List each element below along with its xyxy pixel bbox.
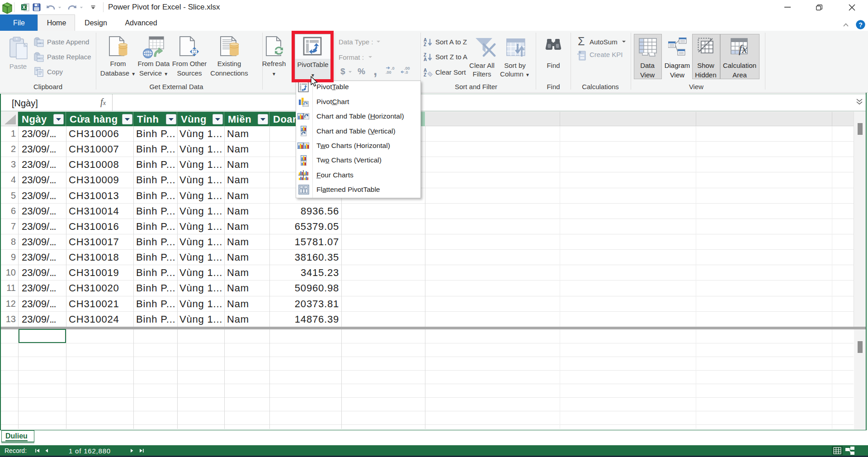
svg-text:?: ? — [859, 21, 863, 29]
svg-text:fx: fx — [739, 43, 747, 56]
svg-text:X: X — [22, 5, 26, 10]
svg-text:A: A — [424, 57, 427, 62]
svg-text:Z: Z — [424, 72, 426, 77]
svg-text:.0: .0 — [405, 70, 408, 74]
svg-text:.0: .0 — [391, 66, 395, 71]
svg-text:Z: Z — [424, 42, 426, 47]
svg-text:.00: .00 — [386, 70, 392, 74]
